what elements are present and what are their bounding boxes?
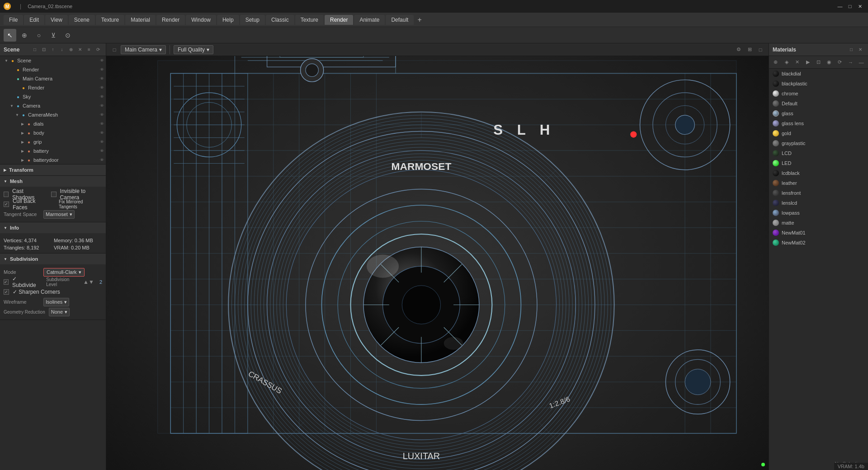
window-controls[interactable]: — □ ✕ bbox=[835, 2, 864, 11]
material-item-grayplastic[interactable]: grayplastic bbox=[769, 138, 868, 148]
material-item-newmat01[interactable]: NewMat01 bbox=[769, 228, 868, 238]
tree-item-render[interactable]: ● Render 👁 bbox=[0, 65, 106, 74]
material-item-leather[interactable]: leather bbox=[769, 178, 868, 188]
menu-item-window[interactable]: Window bbox=[186, 15, 216, 25]
tree-eye-icon[interactable]: 👁 bbox=[100, 149, 104, 153]
mat-tool-minus[interactable]: — bbox=[856, 57, 866, 67]
info-section-header[interactable]: ▼ Info bbox=[0, 222, 106, 233]
tree-item-camera[interactable]: ▼ ● Camera 👁 bbox=[0, 101, 106, 110]
tree-item-grip[interactable]: ▶ ● grip 👁 bbox=[0, 137, 106, 146]
tab-setup[interactable]: Setup bbox=[240, 15, 265, 25]
geometry-dropdown[interactable]: None ▾ bbox=[49, 308, 70, 316]
menu-item-render[interactable]: Render bbox=[156, 15, 185, 25]
material-item-led[interactable]: LED bbox=[769, 158, 868, 168]
material-item-glass-lens[interactable]: glass lens bbox=[769, 118, 868, 128]
tab-texture[interactable]: Texture bbox=[295, 15, 324, 25]
material-item-chrome[interactable]: chrome bbox=[769, 89, 868, 99]
scene-icon-4[interactable]: ↓ bbox=[58, 46, 66, 54]
vp-icon-1[interactable]: □ bbox=[110, 45, 119, 54]
quality-dropdown[interactable]: Full Quality ▾ bbox=[174, 45, 213, 54]
move-tool[interactable]: ⊕ bbox=[18, 29, 31, 42]
mat-tool-play[interactable]: ▶ bbox=[803, 57, 813, 67]
mat-tool-delete[interactable]: ✕ bbox=[792, 57, 802, 67]
menu-item-material[interactable]: Material bbox=[125, 15, 156, 25]
scene-icon-5[interactable]: ⊕ bbox=[67, 46, 75, 54]
tree-eye-icon[interactable]: 👁 bbox=[100, 122, 104, 126]
menu-item-file[interactable]: File bbox=[4, 15, 23, 25]
mat-icon-close[interactable]: ✕ bbox=[856, 46, 864, 54]
subdivide-checkbox[interactable]: ✓ bbox=[4, 279, 9, 285]
scale-tool[interactable]: ⊻ bbox=[47, 29, 60, 42]
material-item-lowpass[interactable]: lowpass bbox=[769, 208, 868, 218]
menu-item-view[interactable]: View bbox=[45, 15, 68, 25]
tangent-dropdown[interactable]: Marmoset ▾ bbox=[43, 210, 75, 219]
material-item-matte[interactable]: matte bbox=[769, 218, 868, 228]
tree-eye-icon[interactable]: 👁 bbox=[100, 131, 104, 135]
tree-eye-icon[interactable]: 👁 bbox=[100, 158, 104, 162]
scene-icon-7[interactable]: ≡ bbox=[85, 46, 93, 54]
tree-eye-icon[interactable]: 👁 bbox=[100, 94, 104, 99]
material-item-lensfront[interactable]: lensfront bbox=[769, 188, 868, 198]
mat-tool-arrow[interactable]: → bbox=[846, 57, 856, 67]
tree-eye-icon[interactable]: 👁 bbox=[100, 67, 104, 72]
tree-item-sky[interactable]: ● Sky 👁 bbox=[0, 92, 106, 101]
vp-grid-icon[interactable]: ⊞ bbox=[745, 45, 754, 54]
menu-item-edit[interactable]: Edit bbox=[24, 15, 44, 25]
sharpen-checkbox[interactable]: ✓ bbox=[4, 289, 9, 295]
tree-item-cameramesh[interactable]: ▼ ● CameraMesh 👁 bbox=[0, 110, 106, 119]
material-item-blackplastic[interactable]: blackplastic bbox=[769, 79, 868, 89]
mat-tool-refresh[interactable]: ⟳ bbox=[835, 57, 845, 67]
material-item-gold[interactable]: gold bbox=[769, 128, 868, 138]
mat-tool-select[interactable]: ◈ bbox=[782, 57, 792, 67]
maximize-button[interactable]: □ bbox=[845, 2, 854, 11]
camera-view[interactable]: MARMOSET LUXITAR CRASSUS 1:2.8/6 S L H bbox=[106, 56, 769, 470]
subdivision-section-header[interactable]: ▼ Subdivision bbox=[0, 254, 106, 264]
tree-item-main-camera[interactable]: ● Main Camera 👁 bbox=[0, 74, 106, 83]
vp-settings-icon[interactable]: ⚙ bbox=[734, 45, 743, 54]
wireframe-dropdown[interactable]: Isolines ▾ bbox=[43, 298, 69, 306]
menu-item-help[interactable]: Help bbox=[217, 15, 239, 25]
close-button[interactable]: ✕ bbox=[855, 2, 864, 11]
tab-animate[interactable]: Animate bbox=[354, 15, 385, 25]
tree-item-dials[interactable]: ▶ ● dials 👁 bbox=[0, 119, 106, 128]
transform-section-header[interactable]: ▶ Transform bbox=[0, 164, 106, 175]
tree-eye-icon[interactable]: 👁 bbox=[100, 140, 104, 144]
scene-icon-1[interactable]: □ bbox=[31, 46, 39, 54]
minimize-button[interactable]: — bbox=[835, 2, 844, 11]
menu-item-texture[interactable]: Texture bbox=[96, 15, 124, 25]
material-item-lcd[interactable]: LCD bbox=[769, 148, 868, 158]
scene-icon-8[interactable]: ⟳ bbox=[94, 46, 102, 54]
tab-classic[interactable]: Classic bbox=[266, 15, 294, 25]
tree-eye-icon[interactable]: 👁 bbox=[100, 113, 104, 117]
tree-item-render2[interactable]: ● Render 👁 bbox=[0, 83, 106, 92]
tree-item-batterydoor[interactable]: ▶ ● batterydoor 👁 bbox=[0, 155, 106, 164]
tree-eye-icon[interactable]: 👁 bbox=[100, 85, 104, 90]
material-item-default[interactable]: Default bbox=[769, 99, 868, 108]
invisible-camera-checkbox[interactable] bbox=[51, 192, 56, 197]
tree-item-scene[interactable]: ▼ ● Scene 👁 bbox=[0, 56, 106, 65]
tab-default[interactable]: Default bbox=[386, 15, 414, 25]
mat-tool-eye[interactable]: ◉ bbox=[824, 57, 834, 67]
mat-tool-grid[interactable]: ⊡ bbox=[814, 57, 824, 67]
transform-tool[interactable]: ⊙ bbox=[61, 29, 74, 42]
material-item-blackdial[interactable]: blackdial bbox=[769, 69, 868, 79]
cast-shadows-checkbox[interactable] bbox=[4, 192, 9, 197]
camera-dropdown[interactable]: Main Camera ▾ bbox=[121, 45, 166, 54]
menu-item-scene[interactable]: Scene bbox=[69, 15, 95, 25]
material-item-lenslcd[interactable]: lenslcd bbox=[769, 198, 868, 208]
tree-eye-icon[interactable]: 👁 bbox=[100, 103, 104, 108]
tree-item-battery[interactable]: ▶ ● battery 👁 bbox=[0, 146, 106, 155]
tab-render[interactable]: Render bbox=[325, 15, 353, 25]
material-item-lcdblack[interactable]: lcdblack bbox=[769, 168, 868, 178]
select-tool[interactable]: ↖ bbox=[4, 29, 16, 42]
scene-icon-3[interactable]: ↑ bbox=[49, 46, 57, 54]
mat-tool-add[interactable]: ⊕ bbox=[771, 57, 781, 67]
material-item-glass[interactable]: glass bbox=[769, 108, 868, 118]
tree-eye-icon[interactable]: 👁 bbox=[100, 58, 104, 63]
mesh-section-header[interactable]: ▼ Mesh bbox=[0, 176, 106, 187]
tree-eye-icon[interactable]: 👁 bbox=[100, 76, 104, 81]
cull-faces-checkbox[interactable]: ✓ bbox=[4, 202, 9, 207]
mode-dropdown[interactable]: Catmull-Clark ▾ bbox=[43, 268, 85, 277]
scene-icon-2[interactable]: ⊡ bbox=[40, 46, 48, 54]
tab-add-button[interactable]: + bbox=[415, 16, 424, 24]
